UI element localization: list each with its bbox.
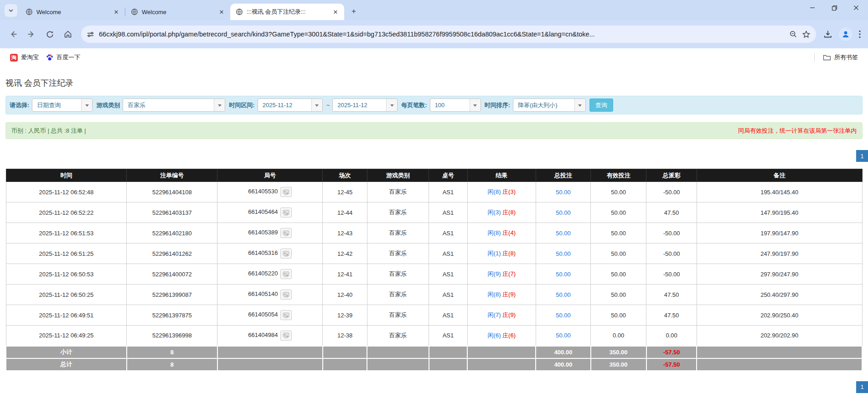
column-header: 注单编号 — [127, 169, 217, 182]
table-row: 2025-11-12 06:50:53 522961400072 6614052… — [6, 264, 862, 285]
total-bet-link[interactable]: 50.00 — [556, 291, 571, 298]
filter-dropdown[interactable]: 100 — [430, 98, 481, 112]
round-detail-button[interactable] — [280, 228, 292, 238]
dropdown-arrow-icon[interactable] — [386, 99, 397, 111]
bookmark-aitaobao[interactable]: 淘 爱淘宝 — [6, 52, 42, 63]
footer-cell — [323, 346, 367, 358]
table-row: 2025-11-12 06:51:53 522961402180 6614053… — [6, 223, 862, 243]
tab-welcome-2[interactable]: Welcome ✕ — [125, 4, 230, 20]
forward-button[interactable] — [24, 26, 39, 42]
filter-value: 日期查询 — [32, 99, 81, 111]
total-bet-link[interactable]: 50.00 — [556, 230, 571, 237]
round-detail-button[interactable] — [280, 290, 292, 300]
total-bet-link[interactable]: 50.00 — [556, 250, 571, 257]
tabs-chevron-button[interactable] — [5, 4, 17, 17]
round-detail-button[interactable] — [280, 187, 292, 197]
round-replay-icon — [283, 230, 289, 236]
bookmark-baidu[interactable]: 百度一下 — [42, 52, 84, 63]
round-detail-button[interactable] — [280, 207, 292, 218]
tab-close-icon[interactable]: ✕ — [112, 8, 120, 16]
round-replay-icon — [283, 251, 289, 257]
cell-total-bet: 50.00 — [536, 243, 590, 264]
total-bet-link[interactable]: 50.00 — [556, 189, 571, 196]
search-button[interactable]: 查询 — [589, 98, 613, 112]
browser-menu-button[interactable] — [859, 30, 861, 38]
dropdown-arrow-icon[interactable] — [214, 99, 225, 111]
footer-cell: 400.00 — [536, 346, 590, 358]
filter-dropdown[interactable]: 降幂(由大到小) — [513, 98, 586, 112]
all-bookmarks-label: 所有书签 — [834, 53, 858, 62]
total-bet-link[interactable]: 50.00 — [556, 332, 571, 339]
pagination-bottom: 1 — [5, 381, 868, 393]
total-bet-link[interactable]: 50.00 — [556, 312, 571, 319]
cell-session: 12-40 — [323, 285, 367, 305]
table-row: 2025-11-12 06:50:25 522961399087 6614051… — [6, 285, 862, 305]
table-row: 2025-11-12 06:52:48 522961404108 6614055… — [6, 182, 862, 202]
round-detail-button[interactable] — [280, 249, 292, 259]
total-bet-link[interactable]: 50.00 — [556, 209, 571, 216]
round-detail-button[interactable] — [280, 331, 292, 341]
tab-title: :::视讯 会员下注纪录::: — [247, 8, 328, 16]
round-detail-button[interactable] — [280, 310, 292, 320]
tab-betrecord-active[interactable]: :::视讯 会员下注纪录::: ✕ — [230, 4, 344, 20]
dropdown-arrow-icon[interactable] — [470, 99, 480, 111]
window-close-button[interactable] — [852, 3, 861, 12]
cell-result: 闲(6) 庄(6) — [467, 326, 536, 346]
cell-valid-bet: 50.00 — [591, 202, 646, 223]
cell-session: 12-41 — [323, 264, 367, 285]
filter-dropdown[interactable]: 百家乐 — [123, 98, 225, 112]
reload-icon — [46, 30, 54, 39]
round-replay-icon — [283, 332, 289, 338]
home-button[interactable] — [60, 26, 76, 42]
filter-dropdown[interactable]: 日期查询 — [32, 98, 93, 112]
all-bookmarks-button[interactable]: 所有书签 — [819, 52, 862, 63]
cell-note: 297.90/247.90 — [697, 264, 862, 285]
cell-payout: 0.00 — [646, 326, 697, 346]
profile-avatar[interactable] — [839, 27, 852, 41]
address-bar[interactable]: 66cxkj98.com/ipl/portal.php/game/betreco… — [81, 26, 816, 43]
reload-button[interactable] — [42, 26, 57, 42]
page-1-button[interactable]: 1 — [856, 381, 868, 393]
url-text[interactable]: 66cxkj98.com/ipl/portal.php/game/betreco… — [99, 31, 785, 38]
cell-time: 2025-11-12 06:51:53 — [6, 223, 127, 243]
back-arrow-icon — [9, 30, 18, 39]
window-minimize-button[interactable] — [808, 3, 817, 12]
page-1-button[interactable]: 1 — [856, 150, 868, 162]
column-header: 总派彩 — [646, 169, 697, 182]
window-restore-button[interactable] — [830, 3, 839, 12]
cell-game: 百家乐 — [367, 326, 429, 346]
tab-close-icon[interactable]: ✕ — [331, 8, 340, 16]
cell-total-bet: 50.00 — [536, 285, 590, 305]
globe-favicon-icon — [26, 8, 33, 16]
cell-table: AS1 — [429, 326, 468, 346]
filter-label: 游戏类别 — [96, 101, 120, 109]
round-detail-button[interactable] — [280, 269, 292, 279]
forward-arrow-icon — [27, 30, 36, 39]
dropdown-arrow-icon[interactable] — [574, 99, 585, 111]
cell-time: 2025-11-12 06:49:25 — [6, 326, 127, 346]
cell-bet-id: 522961402180 — [127, 223, 217, 243]
filter-dropdown[interactable]: 2025-11-12 — [332, 98, 398, 112]
total-bet-link[interactable]: 50.00 — [556, 271, 571, 278]
download-icon — [823, 30, 832, 39]
dropdown-arrow-icon[interactable] — [81, 99, 92, 111]
filter-dropdown[interactable]: 2025-11-12 — [258, 98, 323, 112]
back-button[interactable] — [5, 26, 21, 42]
zoom-out-icon[interactable] — [789, 30, 797, 38]
cell-valid-bet: 50.00 — [591, 285, 646, 305]
cell-total-bet: 50.00 — [536, 202, 590, 223]
downloads-button[interactable] — [823, 30, 832, 39]
cell-table: AS1 — [429, 182, 468, 202]
tab-close-icon[interactable]: ✕ — [217, 8, 226, 16]
footer-cell — [217, 346, 323, 358]
cell-time: 2025-11-12 06:49:51 — [6, 305, 127, 326]
new-tab-button[interactable]: + — [348, 5, 360, 17]
dropdown-arrow-icon[interactable] — [311, 99, 322, 111]
cell-note: 247.90/197.90 — [697, 243, 862, 264]
site-info-icon[interactable] — [87, 31, 94, 38]
footer-cell — [323, 358, 367, 371]
cell-round-id: 661405054 — [217, 305, 323, 326]
tab-welcome-1[interactable]: Welcome ✕ — [20, 4, 125, 20]
window-controls — [808, 0, 865, 16]
bookmark-star-icon[interactable] — [802, 30, 811, 39]
